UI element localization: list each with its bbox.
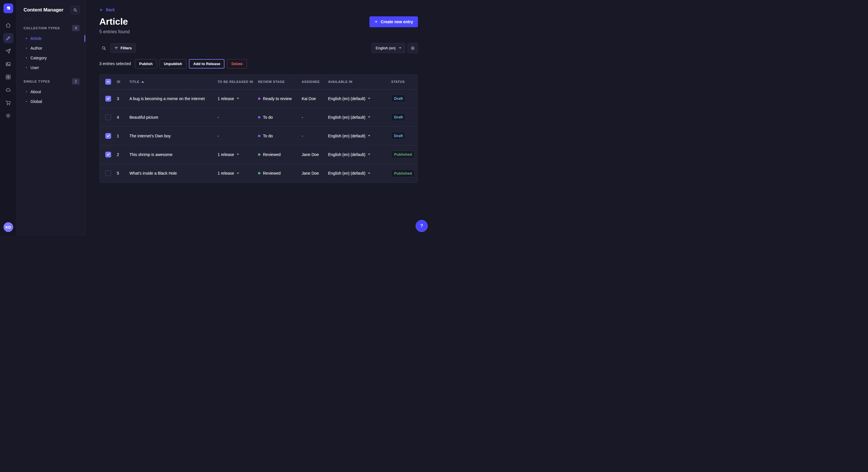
chevron-down-icon [368,98,370,99]
nav-content-manager-icon[interactable] [3,33,13,43]
nav-content-type-builder-icon[interactable] [3,72,13,82]
chevron-down-icon [368,135,370,136]
header-available-in: AVAILABLE IN [328,80,391,83]
list-search-button[interactable] [99,43,108,53]
table-header-row: ID TITLE TO BE RELEASED IN REVIEW STAGE … [100,74,417,90]
strapi-logo[interactable] [3,3,13,13]
section-count-badge: 2 [72,78,80,85]
cell-review-stage: Reviewed [258,171,302,175]
nav-deploy-cloud-icon[interactable] [3,85,13,95]
filters-label: Filters [121,46,132,50]
locale-dropdown[interactable]: English (en) (default) [328,115,391,120]
divider [24,19,30,19]
nav-marketplace-cart-icon[interactable] [3,98,13,108]
selection-count: 3 entries selected [99,61,131,66]
cell-assignee: Jane Doe [302,152,328,157]
nav-releases-icon[interactable] [3,46,13,56]
nav-home-icon[interactable] [3,20,13,30]
table-row[interactable]: 2 This shrimp is awesome 1 release Revie… [100,145,417,164]
bullet-icon [26,101,27,102]
cell-assignee: Kai Doe [302,96,328,101]
sidebar-title: Content Manager [24,7,63,13]
cell-review-stage: Ready to review [258,96,302,101]
sidebar-item-label: Global [30,99,42,104]
cell-title: A bug is becoming a meme on the internet [129,96,218,101]
stage-dot-icon [258,172,260,174]
table-row[interactable]: 1 The internet's Own boy - To do - Engli… [100,127,417,145]
section-single-types: SINGLE TYPES 2 [17,75,85,87]
status-badge: Draft [391,132,406,140]
cell-assignee: - [302,134,328,138]
create-new-entry-label: Create new entry [381,20,413,24]
cell-release: - [218,115,258,120]
back-link[interactable]: Back [99,7,115,12]
entries-table: ID TITLE TO BE RELEASED IN REVIEW STAGE … [99,74,418,183]
sidebar-search-button[interactable] [71,6,80,14]
create-new-entry-button[interactable]: Create new entry [369,16,418,27]
unpublish-button[interactable]: Unpublish [160,59,187,69]
active-indicator [84,35,85,42]
cell-title: The internet's Own boy [129,134,218,138]
status-badge: Draft [391,113,406,121]
cell-assignee: Jane Doe [302,171,328,175]
sidebar-item-author[interactable]: Author [17,43,85,53]
locale-dropdown[interactable]: English (en) (default) [328,96,391,101]
cell-review-stage: To do [258,134,302,138]
header-status: STATUS [391,80,417,83]
filters-button[interactable]: Filters [110,43,136,53]
cell-id: 3 [117,96,129,101]
row-checkbox[interactable] [105,114,111,120]
row-checkbox[interactable] [105,96,111,102]
search-icon [102,46,106,50]
row-checkbox[interactable] [105,133,111,139]
entries-count: 5 entries found [99,29,418,34]
release-dropdown[interactable]: 1 release [218,96,258,101]
cell-id: 2 [117,152,129,157]
delete-button[interactable]: Delete [227,59,247,69]
nav-settings-gear-icon[interactable] [3,110,13,121]
chevron-down-icon [368,116,370,118]
table-row[interactable]: 3 A bug is becoming a meme on the intern… [100,90,417,108]
locale-dropdown[interactable]: English (en) (default) [328,171,391,175]
sidebar-item-user[interactable]: User [17,63,85,72]
back-label: Back [106,7,115,12]
stage-dot-icon [258,116,260,119]
locale-dropdown[interactable]: English (en) (default) [328,152,391,157]
filter-icon [114,46,118,50]
help-button[interactable]: ? [415,220,428,232]
cell-title: Beautiful picture [129,115,218,120]
table-row[interactable]: 5 What's inside a Black Hole 1 release R… [100,164,417,183]
sidebar-item-category[interactable]: Category [17,53,85,63]
release-dropdown[interactable]: 1 release [218,171,258,175]
user-avatar[interactable]: KD [3,222,13,232]
stage-dot-icon [258,135,260,137]
add-to-release-button[interactable]: Add to Release [189,59,224,69]
header-review-stage: REVIEW STAGE [258,80,302,83]
table-row[interactable]: 4 Beautiful picture - To do - English (e… [100,108,417,127]
locale-select[interactable]: English (en) [372,43,405,53]
strapi-logo-icon [6,6,11,11]
sidebar-item-article[interactable]: Article [17,34,85,43]
sort-ascending-icon[interactable] [142,81,144,82]
cell-id: 5 [117,171,129,175]
content-manager-sidebar: Content Manager COLLECTION TYPES 4 Artic… [17,0,86,236]
cell-title: This shrimp is awesome [129,152,218,157]
sidebar-item-global[interactable]: Global [17,97,85,106]
chevron-down-icon [399,47,401,49]
release-dropdown[interactable]: 1 release [218,152,258,157]
row-checkbox[interactable] [105,170,111,176]
nav-media-library-icon[interactable] [3,59,13,69]
search-icon [73,8,77,12]
select-all-checkbox[interactable] [105,79,111,85]
cell-review-stage: To do [258,115,302,120]
locale-dropdown[interactable]: English (en) (default) [328,134,391,138]
publish-button[interactable]: Publish [135,59,157,69]
row-checkbox[interactable] [105,152,111,158]
view-settings-button[interactable] [408,43,418,53]
sidebar-item-about[interactable]: About [17,87,85,97]
bullet-icon [26,91,27,92]
header-release: TO BE RELEASED IN [218,80,258,83]
page-title: Article [99,16,128,27]
cell-id: 1 [117,134,129,138]
header-id: ID [117,80,129,83]
